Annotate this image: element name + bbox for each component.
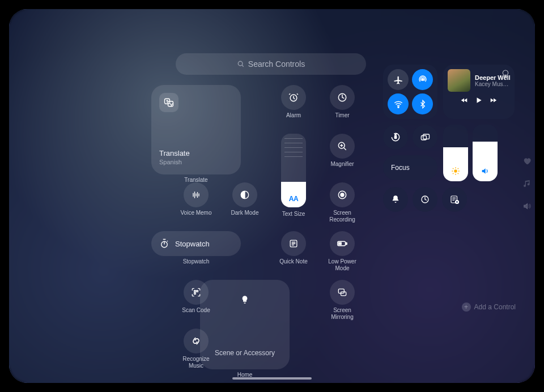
voice-memo-label: Voice Memo: [173, 210, 219, 216]
screen-recording-label: Screen Recording: [320, 210, 365, 223]
focus-button[interactable]: Focus: [383, 155, 437, 180]
control-center: Deeper Well Kacey Musgra…: [383, 65, 530, 212]
album-art: [448, 69, 470, 92]
note-add-icon: [449, 194, 460, 204]
add-control-label: Add a Control: [474, 303, 516, 311]
favorites-hint-icon: [522, 156, 532, 165]
airplay-icon: [501, 69, 510, 78]
quick-note-control[interactable]: Quick Note: [273, 231, 314, 272]
home-body: Scene or Accessory: [215, 349, 275, 357]
brightness-slider[interactable]: [443, 125, 468, 181]
audio-hint-icon: [522, 202, 532, 211]
timer-label: Timer: [320, 112, 365, 119]
recognize-music-control[interactable]: Recognize Music: [176, 329, 216, 369]
stopwatch-title: Stopwatch: [175, 240, 210, 248]
airdrop-icon: [418, 75, 428, 85]
svg-rect-16: [197, 291, 198, 292]
low-power-mode-control[interactable]: Low Power Mode: [322, 231, 363, 272]
airplay-button[interactable]: [501, 69, 510, 78]
translate-icon: [159, 93, 178, 112]
shazam-icon: [190, 335, 202, 347]
music-note-icon: [522, 179, 532, 188]
search-controls[interactable]: Search Controls: [176, 53, 366, 75]
rewind-button[interactable]: [459, 96, 469, 104]
svg-point-20: [422, 78, 424, 80]
text-size-label: Text Size: [271, 211, 316, 218]
speaker-icon: [481, 167, 490, 176]
screen-mirroring-icon: [337, 287, 348, 298]
connectivity-group[interactable]: [383, 65, 437, 119]
home-control[interactable]: Scene or Accessory Home: [224, 280, 265, 369]
timer-icon: [420, 194, 430, 204]
bluetooth-toggle[interactable]: [412, 93, 433, 114]
half-moon-icon: [239, 189, 250, 201]
svg-point-9: [341, 193, 344, 197]
airplane-mode-toggle[interactable]: [388, 69, 409, 90]
stage-manager-toggle[interactable]: [413, 125, 437, 150]
bell-icon: [390, 194, 401, 204]
svg-point-0: [238, 61, 243, 66]
text-size-control[interactable]: AA Text Size: [271, 134, 316, 223]
recognize-music-label: Recognize Music: [173, 356, 219, 369]
track-artist: Kacey Musgra…: [475, 81, 510, 87]
svg-rect-13: [346, 242, 347, 245]
dark-mode-control[interactable]: Dark Mode: [224, 182, 265, 223]
dark-mode-label: Dark Mode: [222, 210, 267, 216]
voice-memo-control[interactable]: Voice Memo: [176, 182, 216, 223]
sun-icon: [451, 167, 460, 176]
svg-rect-15: [194, 291, 196, 292]
svg-rect-17: [194, 293, 196, 295]
svg-rect-23: [394, 136, 396, 138]
focus-label: Focus: [391, 164, 410, 172]
alarm-control[interactable]: Alarm: [273, 85, 314, 126]
svg-point-21: [397, 106, 398, 108]
magnifier-control[interactable]: Magnifier: [322, 134, 363, 174]
translate-control[interactable]: Translate Spanish Translate: [176, 85, 216, 174]
alarm-clock-icon: [288, 92, 299, 103]
magnifying-glass-plus-icon: [337, 140, 348, 152]
play-icon: [475, 96, 483, 104]
airdrop-toggle[interactable]: [412, 69, 433, 90]
forward-icon: [488, 96, 499, 104]
low-power-label: Low Power Mode: [320, 258, 365, 272]
timer-control[interactable]: Timer: [322, 85, 363, 126]
battery-icon: [336, 237, 348, 250]
search-placeholder: Search Controls: [248, 59, 305, 69]
play-button[interactable]: [475, 96, 483, 104]
record-icon: [337, 189, 348, 201]
lightbulb-icon: [235, 290, 254, 309]
music-hint-icon: [522, 179, 532, 188]
stopwatch-control[interactable]: Stopwatch Stopwatch: [176, 231, 216, 272]
timer-button[interactable]: [413, 187, 437, 212]
alarm-label: Alarm: [271, 112, 316, 119]
now-playing[interactable]: Deeper Well Kacey Musgra…: [443, 65, 515, 119]
wifi-icon: [393, 99, 403, 109]
translate-sub: Spanish: [159, 159, 190, 165]
speaker-icon: [522, 202, 532, 211]
svg-rect-18: [338, 289, 344, 293]
volume-slider[interactable]: [473, 125, 498, 181]
wifi-toggle[interactable]: [388, 93, 409, 114]
forward-button[interactable]: [488, 96, 499, 104]
timer-icon: [337, 92, 348, 103]
add-a-control-button[interactable]: + Add a Control: [462, 302, 516, 312]
stopwatch-icon: [159, 238, 169, 249]
rectangles-icon: [419, 131, 431, 143]
magnifier-label: Magnifier: [320, 161, 365, 168]
orientation-lock-icon: [390, 131, 401, 143]
silent-mode-toggle[interactable]: [383, 187, 408, 212]
text-size-icon: AA: [289, 195, 298, 203]
orientation-lock-toggle[interactable]: [383, 125, 408, 150]
heart-icon: [522, 156, 532, 165]
screen-mirroring-control[interactable]: Screen Mirroring: [322, 280, 363, 321]
plus-icon: +: [462, 302, 471, 312]
note-icon: [288, 238, 299, 249]
bluetooth-icon: [418, 100, 427, 109]
stopwatch-label: Stopwatch: [173, 258, 219, 265]
notes-button[interactable]: [442, 187, 467, 212]
rewind-icon: [459, 96, 469, 104]
svg-rect-14: [339, 242, 342, 245]
svg-rect-19: [341, 292, 346, 296]
screen-recording-control[interactable]: Screen Recording: [322, 182, 363, 223]
home-indicator[interactable]: [232, 377, 312, 380]
